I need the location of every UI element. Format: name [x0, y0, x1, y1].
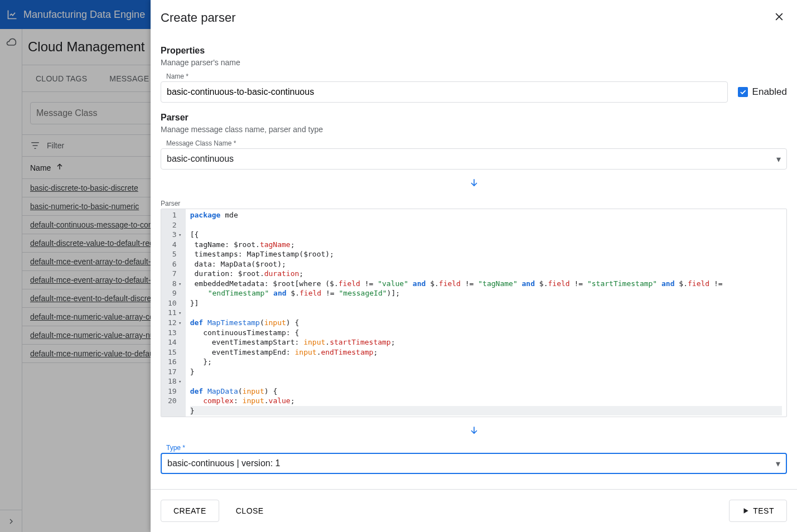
- flow-arrow-1: [161, 170, 787, 196]
- type-label: Type *: [166, 444, 787, 452]
- message-class-value: basic-continuous: [167, 154, 234, 164]
- close-button[interactable]: [771, 9, 787, 27]
- type-value: basic-continuous | version: 1: [167, 458, 280, 468]
- close-icon: [774, 11, 785, 22]
- enabled-label: Enabled: [752, 86, 787, 98]
- panel-header: Create parser: [151, 0, 797, 31]
- play-icon: [742, 507, 750, 515]
- close-button-footer[interactable]: CLOSE: [224, 500, 276, 522]
- flow-arrow-2: [161, 417, 787, 444]
- type-select[interactable]: basic-continuous | version: 1 ▾: [161, 453, 787, 474]
- enabled-toggle[interactable]: Enabled: [738, 81, 787, 103]
- editor-gutter: 123▾45678▾91011▾12▾131415161718▾1920: [161, 209, 186, 417]
- parser-name-input[interactable]: [161, 81, 728, 103]
- panel-body: Properties Manage parser's name Name * E…: [151, 31, 797, 489]
- create-parser-panel: Create parser Properties Manage parser's…: [151, 0, 797, 532]
- panel-footer: CREATE CLOSE TEST: [151, 489, 797, 532]
- checkbox-icon: [738, 87, 748, 97]
- properties-sub: Manage parser's name: [161, 58, 787, 67]
- chevron-down-icon: ▾: [776, 458, 780, 469]
- parser-sub: Manage message class name, parser and ty…: [161, 125, 787, 134]
- arrow-down-icon: [468, 425, 480, 436]
- message-class-select[interactable]: basic-continuous ▾: [161, 148, 787, 170]
- create-button[interactable]: CREATE: [161, 500, 219, 522]
- message-class-label: Message Class Name *: [166, 139, 787, 147]
- parser-heading: Parser: [161, 113, 787, 123]
- properties-heading: Properties: [161, 46, 787, 56]
- arrow-down-icon: [468, 177, 480, 188]
- name-label: Name *: [166, 72, 728, 80]
- editor-label: Parser: [161, 200, 787, 207]
- panel-title: Create parser: [161, 11, 236, 25]
- chevron-down-icon: ▾: [776, 154, 781, 165]
- test-button[interactable]: TEST: [729, 500, 787, 522]
- code-editor[interactable]: 123▾45678▾91011▾12▾131415161718▾1920 pac…: [161, 209, 787, 417]
- editor-code[interactable]: package mde [{ tagName: $root.tagName; t…: [186, 209, 786, 417]
